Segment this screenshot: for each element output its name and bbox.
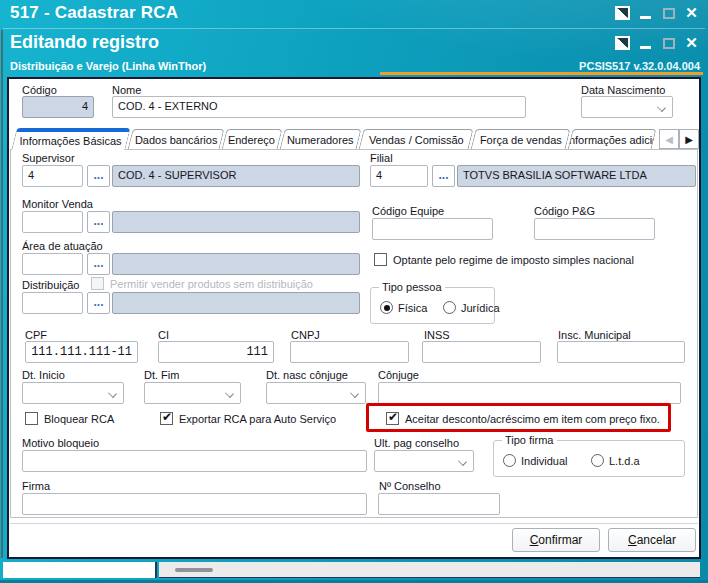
codigo-field: 4 [22, 96, 94, 118]
insc-municipal-input[interactable] [557, 341, 685, 363]
close-icon[interactable]: ✕ [684, 6, 699, 20]
checkbox-icon: ✔ [25, 412, 38, 425]
motivo-bloqueio-input[interactable] [22, 450, 367, 472]
bloquear-rca-checkbox[interactable]: ✔ Bloquear RCA [25, 412, 114, 425]
window-left-edge [1, 30, 3, 558]
inner-window-title: Editando registro [10, 32, 159, 53]
radio-juridica[interactable]: Jurídica [443, 301, 500, 314]
area-atuacao-code-input[interactable] [22, 253, 83, 275]
dt-fim-combo[interactable] [144, 382, 241, 404]
checkbox-icon: ✔ [91, 277, 104, 290]
checkbox-icon: ✔ [374, 253, 387, 266]
tipo-pessoa-groupbox: Tipo pessoa Física Jurídica [370, 287, 495, 324]
confirmar-button[interactable]: Confirmar [512, 528, 600, 552]
footer-divider [10, 523, 698, 524]
data-nascimento-label: Data Nascimento [581, 84, 665, 96]
tab-dados-bancarios[interactable]: Dados bancários [127, 129, 224, 150]
area-atuacao-name-field [112, 253, 360, 275]
aceitar-desconto-checkbox[interactable]: ✔ Aceitar desconto/acréscimo em item com… [386, 412, 660, 425]
theme-contrast-icon[interactable] [615, 36, 630, 50]
checkbox-icon: ✔ [386, 412, 399, 425]
monitor-venda-label: Monitor Venda [22, 198, 93, 210]
minimize-icon[interactable] [638, 36, 653, 50]
codigo-equipe-input[interactable] [372, 218, 493, 240]
version-label: PCSIS517 v.32.0.04.004 [579, 60, 700, 72]
tab-bar: Informações Básicas Dados bancários Ende… [14, 128, 656, 150]
cancelar-button[interactable]: Cancelar [608, 528, 696, 552]
permitir-vender-checkbox: ✔ Permitir vender produtos sem distribui… [91, 277, 313, 290]
radio-ltda[interactable]: L.t.d.a [591, 454, 640, 467]
exportar-rca-checkbox[interactable]: ✔ Exportar RCA para Auto Serviço [160, 412, 336, 425]
statusbar-panel [3, 562, 157, 578]
statusbar-scroll-track[interactable] [159, 562, 700, 578]
monitor-venda-code-input[interactable] [22, 211, 83, 233]
insc-municipal-label: Insc. Municipal [558, 329, 631, 341]
filial-browse-button[interactable]: ... [432, 165, 455, 187]
tab-scroll-right-icon[interactable]: ▶ [679, 129, 699, 149]
theme-contrast-icon[interactable] [615, 6, 630, 20]
cnpj-input[interactable] [290, 341, 409, 363]
dt-nasc-conjuge-combo[interactable] [266, 382, 366, 404]
data-nascimento-combo[interactable] [581, 96, 673, 118]
inss-input[interactable] [422, 341, 541, 363]
monitor-venda-browse-button[interactable]: ... [87, 211, 110, 233]
maximize-icon[interactable] [661, 36, 676, 50]
supervisor-code-input[interactable]: 4 [22, 165, 83, 187]
conjuge-label: Cônjuge [378, 369, 419, 381]
minimize-icon[interactable] [638, 6, 653, 20]
radio-icon [380, 301, 393, 314]
area-atuacao-browse-button[interactable]: ... [87, 253, 110, 275]
statusbar-scroll-thumb[interactable] [175, 568, 213, 572]
conjuge-input[interactable] [378, 382, 681, 404]
nome-input[interactable]: COD. 4 - EXTERNO [112, 96, 526, 118]
tab-informacoes-basicas[interactable]: Informações Básicas [11, 128, 130, 150]
chevron-down-icon [458, 457, 467, 466]
cpf-label: CPF [25, 329, 47, 341]
distribuicao-code-input[interactable] [22, 292, 83, 314]
ci-input[interactable]: 111 [158, 341, 274, 363]
radio-icon [591, 454, 604, 467]
cnpj-label: CNPJ [291, 329, 320, 341]
tab-vendas-comissao[interactable]: Vendas / Comissão [358, 129, 473, 150]
num-conselho-label: Nº Conselho [379, 480, 441, 492]
chevron-down-icon [657, 103, 666, 112]
cpf-input[interactable]: 111.111.111-11 [25, 341, 138, 363]
maximize-icon[interactable] [661, 6, 676, 20]
distribuicao-browse-button[interactable]: ... [87, 292, 110, 314]
optante-simples-checkbox[interactable]: ✔ Optante pelo regime de imposto simples… [374, 253, 634, 266]
radio-icon [443, 301, 456, 314]
tab-numeradores[interactable]: Numeradores [279, 129, 361, 150]
ci-label: CI [158, 329, 169, 341]
filial-code-input[interactable]: 4 [370, 165, 428, 187]
distribuicao-label: Distribuição [22, 279, 79, 291]
dt-inicio-label: Dt. Inicio [22, 369, 65, 381]
num-conselho-input[interactable] [378, 493, 500, 515]
codigo-label: Código [22, 84, 57, 96]
codigo-pg-input[interactable] [534, 218, 655, 240]
titlebar-divider [3, 28, 705, 29]
supervisor-name-field: COD. 4 - SUPERVISOR [112, 165, 360, 187]
tab-forca-de-vendas[interactable]: Força de vendas [470, 129, 570, 150]
accent-orange-bar [380, 72, 703, 75]
ult-pag-conselho-combo[interactable] [374, 450, 474, 472]
tab-scroll-left-icon[interactable]: ◀ [659, 129, 679, 149]
supervisor-label: Supervisor [22, 152, 75, 164]
firma-input[interactable] [22, 493, 367, 515]
dt-inicio-combo[interactable] [22, 382, 124, 404]
chevron-down-icon [108, 389, 117, 398]
chevron-down-icon [350, 389, 359, 398]
close-icon[interactable]: ✕ [684, 36, 699, 50]
supervisor-browse-button[interactable]: ... [87, 165, 110, 187]
inner-window-controls: ✕ [615, 36, 699, 50]
monitor-venda-name-field [112, 211, 360, 233]
radio-fisica[interactable]: Física [380, 301, 427, 314]
motivo-bloqueio-label: Motivo bloqueio [22, 437, 99, 449]
tab-endereco[interactable]: Endereço [221, 129, 282, 150]
app-subtitle: Distribuição e Varejo (Linha WinThor) [10, 60, 206, 72]
nome-label: Nome [112, 84, 141, 96]
tab-informacoes-adicionais[interactable]: Informações adicio [567, 129, 656, 150]
chevron-down-icon [225, 389, 234, 398]
filial-name-field: TOTVS BRASILIA SOFTWARE LTDA [457, 165, 696, 187]
dt-fim-label: Dt. Fim [144, 369, 179, 381]
radio-individual[interactable]: Individual [503, 454, 567, 467]
